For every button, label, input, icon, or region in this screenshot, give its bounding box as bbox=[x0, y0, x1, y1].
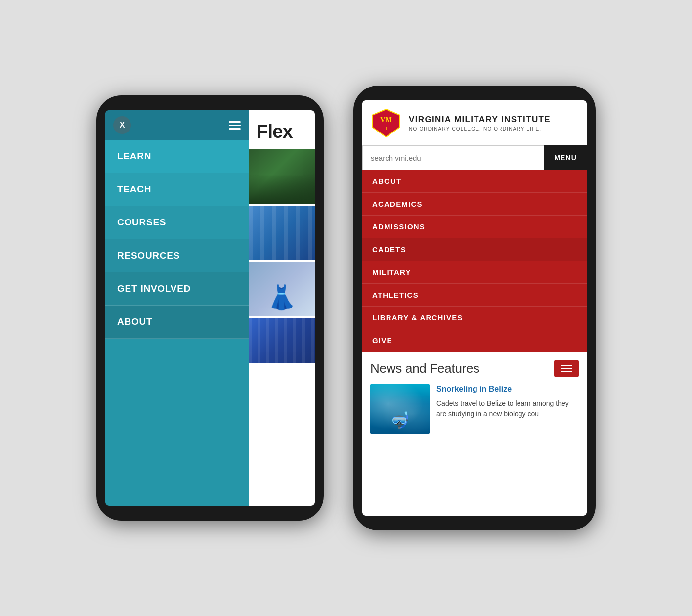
hamburger-icon[interactable] bbox=[229, 121, 241, 130]
news-article-image bbox=[370, 384, 430, 434]
vmi-nav-item-library[interactable]: LIBRARY & ARCHIVES bbox=[362, 307, 587, 329]
vmi-nav-item-military[interactable]: MILITARY bbox=[362, 261, 587, 284]
nav-item-teach[interactable]: TEACH bbox=[105, 173, 249, 206]
news-header: News and Features bbox=[370, 360, 579, 377]
svg-text:VM: VM bbox=[380, 116, 391, 124]
door-image bbox=[249, 318, 315, 363]
news-menu-button[interactable] bbox=[554, 360, 579, 377]
close-button[interactable]: X bbox=[113, 116, 131, 134]
vmi-nav-item-admissions[interactable]: ADMISSIONS bbox=[362, 216, 587, 238]
blue-building-image bbox=[249, 206, 315, 260]
nav-items-list: LEARN TEACH COURSES RESOURCES GET INVOLV… bbox=[105, 140, 249, 339]
vmi-nav-item-about[interactable]: ABOUT bbox=[362, 170, 587, 193]
right-phone-screen: VM I VIRGINIA MILITARY INSTITUTE NO ORDI… bbox=[362, 100, 587, 516]
search-input[interactable] bbox=[362, 145, 544, 170]
search-bar: MENU bbox=[362, 145, 587, 170]
forest-image bbox=[249, 149, 315, 204]
nav-item-about[interactable]: ABOUT bbox=[105, 306, 249, 339]
snorkel-image bbox=[370, 384, 430, 434]
vmi-logo-svg: VM I bbox=[370, 107, 402, 139]
news-article-description: Cadets travel to Belize to learn among t… bbox=[436, 398, 579, 419]
vmi-nav: ABOUT ACADEMICS ADMISSIONS CADETS MILITA… bbox=[362, 170, 587, 352]
vmi-text: VIRGINIA MILITARY INSTITUTE NO ORDINARY … bbox=[409, 115, 551, 132]
right-content-panel: Flex bbox=[249, 110, 315, 506]
vmi-header: VM I VIRGINIA MILITARY INSTITUTE NO ORDI… bbox=[362, 100, 587, 145]
left-phone: X LEARN TEACH COURSES RESOURCES GET INVO… bbox=[96, 95, 324, 521]
news-section-title: News and Features bbox=[370, 361, 479, 376]
right-phone: VM I VIRGINIA MILITARY INSTITUTE NO ORDI… bbox=[353, 86, 596, 530]
content-images bbox=[249, 149, 315, 363]
vmi-nav-item-cadets[interactable]: CADETS bbox=[362, 238, 587, 261]
menu-button[interactable]: MENU bbox=[544, 145, 587, 170]
news-article: Snorkeling in Belize Cadets travel to Be… bbox=[370, 384, 579, 434]
news-article-link[interactable]: Snorkeling in Belize bbox=[436, 384, 579, 395]
vmi-nav-item-give[interactable]: GIVE bbox=[362, 329, 587, 352]
hamburger-line-2 bbox=[561, 368, 572, 369]
left-phone-screen: X LEARN TEACH COURSES RESOURCES GET INVO… bbox=[105, 110, 315, 506]
nav-item-resources[interactable]: RESOURCES bbox=[105, 239, 249, 272]
vmi-logo: VM I bbox=[370, 107, 402, 139]
content-title: Flex bbox=[249, 110, 315, 149]
nav-item-learn[interactable]: LEARN bbox=[105, 140, 249, 173]
vmi-nav-item-athletics[interactable]: ATHLETICS bbox=[362, 284, 587, 307]
left-nav-panel: X LEARN TEACH COURSES RESOURCES GET INVO… bbox=[105, 110, 249, 506]
news-section: News and Features Snorkeling in Belize C… bbox=[362, 352, 587, 516]
left-nav-header: X bbox=[105, 110, 249, 140]
nav-item-courses[interactable]: COURSES bbox=[105, 206, 249, 239]
vmi-nav-item-academics[interactable]: ACADEMICS bbox=[362, 193, 587, 216]
hamburger-line-1 bbox=[561, 365, 572, 366]
nav-item-get-involved[interactable]: GET INVOLVED bbox=[105, 272, 249, 306]
vmi-name: VIRGINIA MILITARY INSTITUTE bbox=[409, 115, 551, 125]
person-image bbox=[249, 262, 315, 316]
vmi-tagline: NO ORDINARY COLLEGE. NO ORDINARY LIFE. bbox=[409, 126, 551, 132]
news-article-text: Snorkeling in Belize Cadets travel to Be… bbox=[436, 384, 579, 434]
hamburger-line-3 bbox=[561, 371, 572, 372]
svg-text:I: I bbox=[385, 126, 387, 131]
